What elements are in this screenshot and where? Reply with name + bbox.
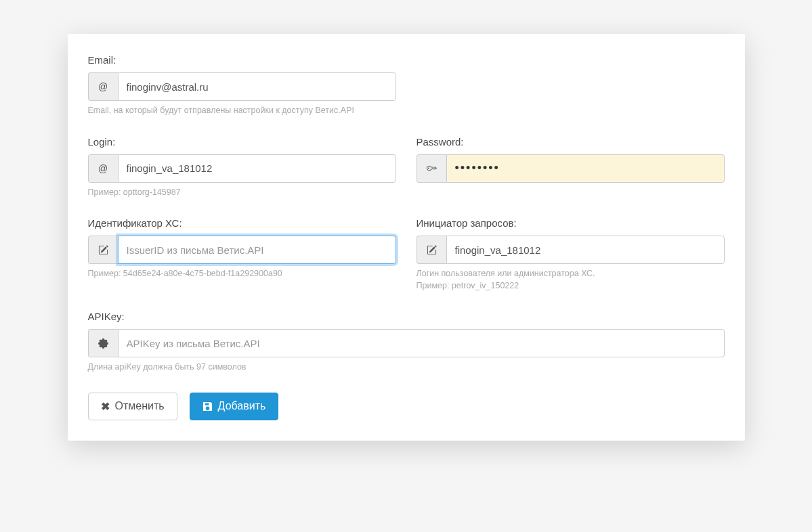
login-help: Пример: opttorg-145987: [88, 187, 396, 199]
initiator-input-group: [416, 236, 725, 264]
save-icon: [202, 401, 213, 412]
issuer-help: Пример: 54d65e24-a80e-4c75-bebd-f1a29290…: [88, 268, 396, 280]
apikey-input-group: [88, 329, 725, 357]
add-button-label: Добавить: [218, 400, 266, 412]
password-label: Password:: [416, 136, 725, 148]
apikey-help: Длина apiKey должна быть 97 символов: [88, 361, 725, 374]
at-icon: @: [88, 72, 118, 101]
apikey-field[interactable]: [118, 329, 725, 357]
cancel-button-label: Отменить: [115, 400, 165, 412]
cancel-button[interactable]: ✖ Отменить: [88, 393, 177, 420]
form-panel: Email: @ Email, на который будут отправл…: [68, 34, 745, 441]
email-label: Email:: [88, 54, 396, 66]
email-field[interactable]: [118, 72, 396, 101]
at-icon: @: [88, 154, 118, 183]
apikey-label: APIKey:: [88, 311, 725, 322]
edit-icon: [88, 236, 118, 264]
login-field[interactable]: [118, 154, 396, 183]
close-icon: ✖: [101, 400, 110, 413]
email-input-group: @: [88, 72, 396, 101]
button-row: ✖ Отменить Добавить: [88, 393, 725, 420]
email-help: Email, на который будут отправлены настр…: [88, 105, 396, 117]
password-field[interactable]: [446, 154, 725, 183]
password-input-group: [416, 154, 725, 183]
gears-icon: [88, 329, 118, 357]
add-button[interactable]: Добавить: [190, 393, 279, 420]
edit-icon: [416, 236, 446, 264]
issuer-input-group: [88, 236, 396, 264]
login-label: Login:: [88, 136, 396, 148]
issuer-field[interactable]: [118, 236, 396, 264]
initiator-help: Логин пользователя или администратора ХС…: [416, 268, 725, 292]
login-input-group: @: [88, 154, 396, 183]
key-icon: [416, 154, 446, 183]
initiator-field[interactable]: [446, 236, 725, 264]
issuer-label: Идентификатор ХС:: [88, 217, 396, 229]
initiator-label: Инициатор запросов:: [416, 217, 725, 229]
